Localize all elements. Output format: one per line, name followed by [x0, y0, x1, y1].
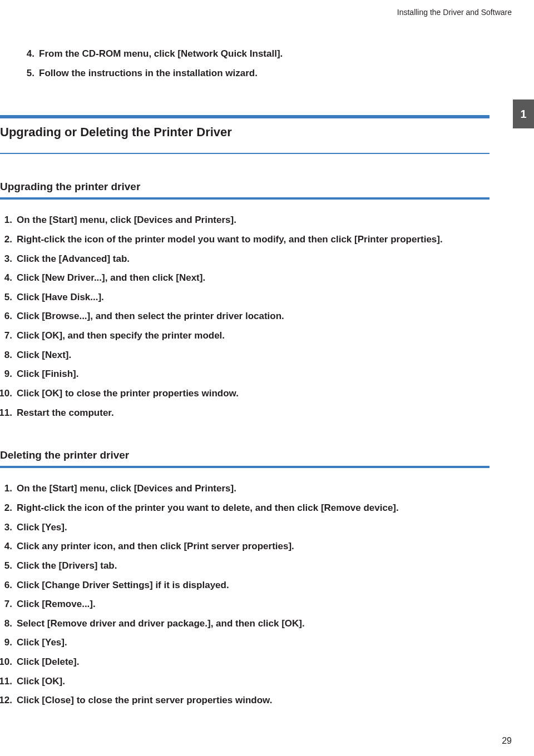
- step-item: Click [Browse...], and then select the p…: [0, 307, 490, 326]
- step-item: Select [Remove driver and driver package…: [0, 614, 490, 634]
- subsections-container: Upgrading the printer driverOn the [Star…: [22, 181, 490, 710]
- step-item: Restart the computer.: [0, 404, 490, 423]
- chapter-tab: 1: [513, 100, 534, 128]
- step-item: Click the [Advanced] tab.: [0, 250, 490, 269]
- step-item: Click [OK], and then specify the printer…: [0, 326, 490, 346]
- step-item: Right-click the icon of the printer mode…: [0, 230, 490, 250]
- steps-list: On the [Start] menu, click [Devices and …: [0, 211, 490, 422]
- page: Installing the Driver and Software 1 Fro…: [0, 0, 534, 756]
- step-item: Click any printer icon, and then click […: [0, 537, 490, 556]
- step-item: Click [New Driver...], and then click [N…: [0, 268, 490, 288]
- subsection-title: Upgrading the printer driver: [0, 181, 490, 197]
- subsection-title: Deleting the printer driver: [0, 449, 490, 466]
- running-head: Installing the Driver and Software: [0, 8, 534, 17]
- step-item: Click [Have Disk...].: [0, 288, 490, 307]
- subsection: Deleting the printer driverOn the [Start…: [0, 449, 490, 710]
- steps-block: On the [Start] menu, click [Devices and …: [0, 479, 490, 710]
- step-item: Click [Remove...].: [0, 595, 490, 614]
- step-item: Click the [Drivers] tab.: [0, 556, 490, 576]
- step-item: Right-click the icon of the printer you …: [0, 499, 490, 518]
- subsection-rule: [0, 466, 490, 468]
- step-item: Click [Delete].: [0, 653, 490, 672]
- page-number: 29: [502, 736, 512, 746]
- content-area: From the CD-ROM menu, click [Network Qui…: [0, 17, 534, 710]
- section-heading-block: Upgrading or Deleting the Printer Driver: [0, 115, 490, 154]
- step-item: Click [Close] to close the print server …: [0, 691, 490, 710]
- step-item: Click [Finish].: [0, 365, 490, 384]
- steps-list: On the [Start] menu, click [Devices and …: [0, 479, 490, 710]
- subsection: Upgrading the printer driverOn the [Star…: [0, 181, 490, 422]
- step-item: Click [Change Driver Settings] if it is …: [0, 576, 490, 595]
- step-item: Click [Next].: [0, 346, 490, 365]
- step-item: Click [OK].: [0, 672, 490, 692]
- step-item: Click [OK] to close the printer properti…: [0, 384, 490, 404]
- intro-steps-list: From the CD-ROM menu, click [Network Qui…: [22, 44, 490, 83]
- step-item: From the CD-ROM menu, click [Network Qui…: [22, 44, 490, 64]
- step-item: Follow the instructions in the installat…: [22, 64, 490, 83]
- steps-block: On the [Start] menu, click [Devices and …: [0, 211, 490, 422]
- step-item: Click [Yes].: [0, 633, 490, 653]
- step-item: On the [Start] menu, click [Devices and …: [0, 479, 490, 499]
- section-title: Upgrading or Deleting the Printer Driver: [0, 118, 490, 145]
- step-item: Click [Yes].: [0, 518, 490, 538]
- subsection-rule: [0, 197, 490, 200]
- section-rule-bottom: [0, 153, 490, 154]
- step-item: On the [Start] menu, click [Devices and …: [0, 211, 490, 230]
